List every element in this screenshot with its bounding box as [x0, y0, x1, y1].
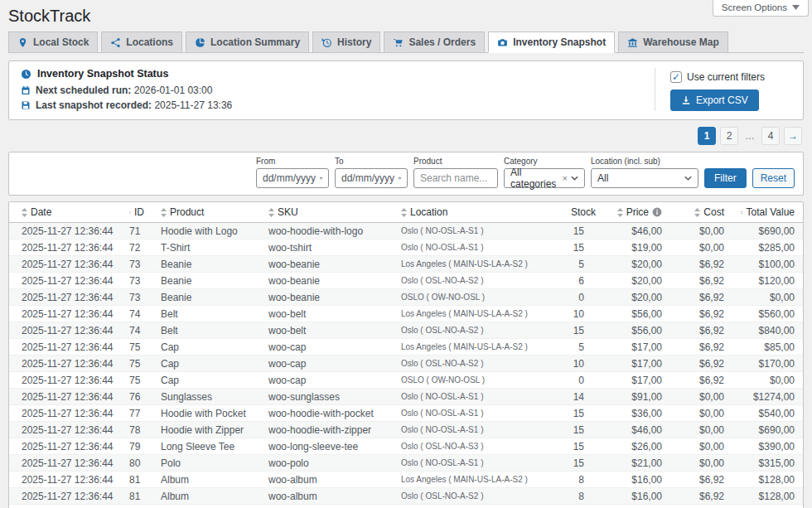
cell-stock: 5	[563, 339, 604, 356]
tab-label: Locations	[126, 36, 173, 48]
snapshot-table-body: 2025-11-27 12:36:4471Hoodie with Logowoo…	[9, 223, 803, 508]
table-row: 2025-11-27 12:36:4473Beaniewoo-beanieLos…	[9, 256, 803, 273]
page-button-2[interactable]: 2	[720, 127, 738, 145]
cell-sku: woo-belt	[260, 306, 393, 322]
cell-stock: 3	[563, 505, 604, 508]
cell-total: $0,00	[732, 372, 803, 389]
product-search-input[interactable]	[413, 168, 498, 188]
cell-total: $840,00	[732, 322, 803, 339]
tab-warehouse-map[interactable]: Warehouse Map	[618, 31, 728, 53]
cell-date: 2025-11-27 12:36:44	[9, 438, 121, 455]
tab-local-stock[interactable]: Local Stock	[8, 31, 98, 53]
cell-total: $1274,00	[732, 389, 803, 405]
download-icon	[681, 95, 691, 105]
location-label: Location (incl. sub)	[591, 157, 698, 166]
filter-bar: From dd/mm/yyyy To dd/mm/yyyy Product Ca…	[8, 152, 804, 196]
column-header-total-value[interactable]: Total Value	[732, 202, 803, 223]
screen-options-button[interactable]: Screen Options	[713, 0, 809, 17]
cell-product: Long Sleeve Tee	[152, 438, 260, 455]
table-row: 2025-11-27 12:36:4476Sunglasseswoo-sungl…	[9, 389, 803, 405]
cell-date: 2025-11-27 12:36:44	[9, 273, 121, 289]
cell-location: Oslo ( OSL-NO-A-S2 )	[393, 356, 563, 372]
cell-sku: woo-long-sleeve-tee	[260, 438, 393, 455]
column-header-stock[interactable]: Stock	[563, 202, 604, 223]
cell-price: $19,00	[604, 239, 670, 256]
next-page-button[interactable]: →	[784, 127, 802, 145]
sort-icon	[161, 208, 167, 217]
from-date-value: dd/mm/yyyy	[263, 172, 316, 184]
column-header-date[interactable]: Date	[9, 202, 121, 223]
product-label: Product	[413, 157, 498, 166]
from-date-field: From dd/mm/yyyy	[256, 157, 329, 188]
chevron-down-icon	[792, 5, 800, 10]
cell-id: 93	[121, 505, 152, 508]
export-csv-button[interactable]: Export CSV	[670, 90, 759, 111]
to-date-input[interactable]: dd/mm/yyyy	[335, 168, 408, 188]
cell-location: Los Angeles ( MAIN-US-LA-A-S2 )	[393, 339, 563, 356]
cell-sku: woo-beanie	[260, 289, 393, 306]
page-button-4[interactable]: 4	[761, 127, 780, 145]
tab-sales-orders[interactable]: Sales / Orders	[384, 31, 485, 53]
cell-location: Oslo ( NO-OSL-A-S1 )	[393, 223, 563, 239]
table-row: 2025-11-27 12:36:4477Hoodie with Pocketw…	[9, 405, 803, 422]
cell-product: Beanie	[152, 273, 260, 289]
page-button-1[interactable]: 1	[698, 127, 716, 145]
to-date-value: dd/mm/yyyy	[341, 172, 394, 184]
tab-bar: Local Stock Locations Location Summary H…	[8, 31, 804, 53]
use-current-filters-row[interactable]: Use current filters	[670, 71, 765, 83]
cell-location: Oslo ( NO-OSL-A-S1 )	[393, 239, 563, 256]
from-date-input[interactable]: dd/mm/yyyy	[256, 168, 329, 188]
tab-label: Inventory Snapshot	[513, 36, 606, 48]
clear-icon[interactable]: ×	[563, 173, 568, 183]
status-info: Inventory Snapshot Status Next scheduled…	[21, 68, 232, 111]
sort-icon	[22, 208, 27, 217]
cell-location: Oslo ( NO-OSL-A-S1 )	[393, 405, 563, 422]
cell-stock: 15	[563, 405, 604, 422]
cell-total: $285,00	[732, 239, 803, 256]
cell-stock: 15	[563, 455, 604, 472]
column-header-sku[interactable]: SKU	[260, 202, 393, 223]
category-field: Category All categories ×	[504, 157, 585, 188]
status-title: Inventory Snapshot Status	[37, 68, 168, 80]
category-select[interactable]: All categories ×	[504, 168, 585, 188]
table-row: 2025-11-27 12:36:4481Albumwoo-albumOslo …	[9, 488, 803, 505]
use-current-filters-label: Use current filters	[687, 71, 765, 83]
column-header-id[interactable]: ID	[121, 202, 152, 223]
column-header-price[interactable]: Price	[604, 202, 670, 223]
tab-inventory-snapshot[interactable]: Inventory Snapshot	[488, 31, 615, 53]
column-header-product[interactable]: Product	[152, 202, 260, 223]
cell-product: Hoodie with Zipper	[152, 422, 260, 438]
tab-history[interactable]: History	[312, 31, 380, 53]
sort-icon	[694, 208, 700, 217]
cell-stock: 10	[563, 356, 604, 372]
tab-location-summary[interactable]: Location Summary	[186, 31, 309, 53]
cell-price: $36,00	[604, 405, 670, 422]
price-info-icon[interactable]	[652, 207, 662, 217]
reset-button[interactable]: Reset	[752, 168, 795, 188]
use-current-filters-checkbox[interactable]	[670, 71, 682, 83]
cell-date: 2025-11-27 12:36:44	[9, 372, 121, 389]
cell-total: $128,00	[732, 488, 803, 505]
cell-total: $560,00	[732, 306, 803, 322]
tab-locations[interactable]: Locations	[101, 31, 182, 53]
cell-sku: woo-cap	[260, 356, 393, 372]
cell-date: 2025-11-27 12:36:44	[9, 389, 121, 405]
cell-total: $0,00	[732, 289, 803, 306]
cell-product: Sunglasses	[152, 389, 260, 405]
cell-price: $56,00	[604, 306, 670, 322]
cell-product: Album	[152, 472, 260, 488]
calendar-icon	[320, 173, 322, 183]
tab-label: Warehouse Map	[643, 36, 719, 48]
location-select[interactable]: All	[591, 168, 698, 188]
cell-location: Los Angeles ( MAIN-US-LA-A-S2 )	[393, 306, 563, 322]
column-header-location[interactable]: Location	[393, 202, 563, 223]
cell-location: Oslo ( OSL-NO-A-S2 )	[393, 273, 563, 289]
table-row: 2025-11-27 12:36:4475Capwoo-capLos Angel…	[9, 339, 803, 356]
tab-label: Location Summary	[210, 36, 300, 48]
column-header-cost[interactable]: Cost	[670, 202, 732, 223]
filter-button[interactable]: Filter	[704, 168, 747, 188]
cell-cost: $0,00	[670, 389, 732, 405]
calendar-icon	[399, 173, 401, 183]
history-clock-icon	[321, 37, 332, 48]
cell-stock: 8	[563, 488, 604, 505]
